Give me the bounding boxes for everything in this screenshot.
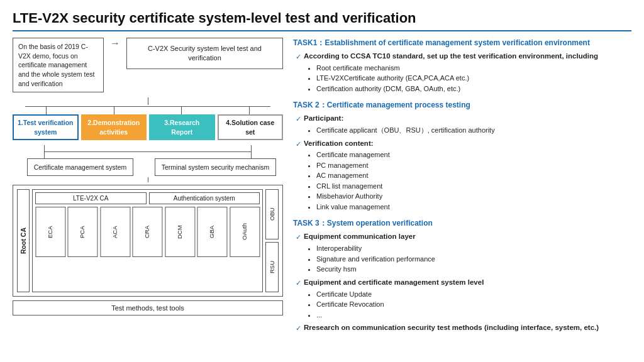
task1-bullets: Root certificate mechanism LTE-V2XCertif… — [304, 63, 598, 94]
task2-bullets-2: Certificate management PC management AC … — [304, 150, 390, 212]
task3-content: ✓ Equipment communication layer Interope… — [293, 231, 631, 334]
cat-research: 3.Research Report — [149, 114, 215, 140]
col-dcm: DCM — [165, 207, 195, 257]
right-panel: TASK1：Establishment of certificate manag… — [293, 38, 631, 335]
v-line-3 — [181, 107, 182, 114]
center-text: C-V2X Security system level test and ver… — [133, 44, 276, 63]
bullet: Misbehavior Authority — [316, 191, 390, 202]
inner-section: LTE-V2X CA Authentication system ECA PCA… — [32, 189, 263, 292]
task3-item-1: Equipment communication layer Interopera… — [304, 231, 435, 275]
check-icon-5: ✓ — [296, 278, 301, 288]
inner-top-row: LTE-V2X CA Authentication system — [35, 192, 260, 204]
mid-boxes-row: Certificate management system Terminal s… — [13, 158, 283, 176]
bullet: ... — [316, 310, 484, 321]
mid-left-section: Certificate management system — [13, 158, 148, 176]
task3-check-1: ✓ Equipment communication layer Interope… — [296, 231, 631, 275]
intro-center-row: On the basis of 2019 C-V2X demo, focus o… — [13, 38, 283, 92]
categories-row: 1.Test verification system 2.Demonstrati… — [13, 114, 283, 140]
cat-solution: 4.Solution case set — [218, 114, 284, 140]
bullet: LTE-V2XCertificate authority (ECA,PCA,AC… — [316, 73, 598, 84]
obu-box: OBU — [265, 189, 279, 239]
bullet: Link value management — [316, 202, 390, 212]
v-mid-l — [44, 152, 45, 158]
bullet: PC management — [316, 160, 390, 171]
v-line-2 — [114, 107, 114, 114]
task3-check-2: ✓ Equipment and certificate management s… — [296, 277, 631, 321]
rsu-box: RSU — [265, 242, 279, 292]
left-panel: On the basis of 2019 C-V2X demo, focus o… — [13, 38, 283, 335]
intro-box: On the basis of 2019 C-V2X demo, focus o… — [13, 38, 104, 92]
arrow-icon: → — [109, 38, 121, 49]
inner-cols: ECA PCA ACA CRA DCM GBA OAuth — [35, 207, 260, 257]
main-layout: On the basis of 2019 C-V2X demo, focus o… — [13, 38, 631, 335]
cat-demonstration: 2.Demonstration activities — [81, 114, 147, 140]
task2-title: TASK 2：Certificate management process te… — [293, 100, 631, 111]
terminal-security-text: Terminal system security mechanism — [162, 163, 270, 171]
lte-v2x-ca-box: LTE-V2X CA — [35, 192, 147, 204]
check-icon-4: ✓ — [296, 232, 301, 243]
bullet: Certificate Update — [316, 289, 484, 300]
col-pca: PCA — [67, 207, 97, 257]
col-eca: ECA — [35, 207, 65, 257]
task1-check-1: ✓ According to CCSA TC10 standard, set u… — [296, 51, 631, 95]
big-section: Root CA LTE-V2X CA Authentication system — [13, 185, 283, 297]
v-line-1 — [46, 107, 47, 114]
task3-bullets-2: Certificate Update Certificate Revocatio… — [304, 289, 484, 321]
v-mid-2 — [251, 145, 252, 151]
root-ca-box: Root CA — [17, 189, 30, 292]
task1-content: ✓ According to CCSA TC10 standard, set u… — [293, 51, 631, 95]
task3-item-3: Rresearch on communication security test… — [304, 322, 599, 334]
bullet: Certification authority (DCM, GBA, OAuth… — [316, 84, 598, 94]
check-icon-3: ✓ — [296, 139, 301, 150]
task2-check-2: ✓ Verification content: Certificate mana… — [296, 138, 631, 214]
bullet: Interoperability — [316, 243, 435, 254]
col-oauth: OAuth — [230, 207, 260, 257]
task2-bullets-1: Certificate applicant（OBU、RSU）, certific… — [304, 125, 495, 136]
task3-item-2: Equipment and certificate management sys… — [304, 277, 484, 321]
v-line-4 — [249, 107, 250, 114]
page-title: LTE-V2X security certificate system-leve… — [13, 10, 631, 31]
col-gba: GBA — [197, 207, 227, 257]
col-aca: ACA — [100, 207, 130, 257]
cert-mgmt-text: Certificate management system — [34, 163, 127, 171]
cert-mgmt-box: Certificate management system — [27, 158, 134, 176]
task1-item-1: According to CCSA TC10 standard, set up … — [304, 51, 598, 95]
v-mid-1 — [44, 145, 45, 151]
terminal-security-box: Terminal system security mechanism — [155, 158, 277, 176]
bullet: Certificate Revocation — [316, 299, 484, 310]
bullet: AC management — [316, 170, 390, 181]
task2-check-1: ✓ Participant: Certificate applicant（OBU… — [296, 113, 631, 136]
big-section-inner: Root CA LTE-V2X CA Authentication system — [17, 189, 279, 292]
bullet: CRL list management — [316, 181, 390, 192]
bullet: Root certificate mechanism — [316, 63, 598, 74]
obu-rsu-section: OBU RSU — [265, 189, 279, 292]
col-cra: CRA — [132, 207, 162, 257]
check-icon-1: ✓ — [296, 52, 301, 62]
bullet: Certificate management — [316, 150, 390, 160]
bottom-box: Test methods, test tools — [13, 300, 283, 315]
v-big — [148, 177, 148, 182]
check-icon-6: ✓ — [296, 323, 301, 334]
center-box: C-V2X Security system level test and ver… — [126, 38, 283, 69]
task2-content: ✓ Participant: Certificate applicant（OBU… — [293, 113, 631, 213]
cat-test-verification: 1.Test verification system — [13, 114, 79, 140]
check-icon-2: ✓ — [296, 114, 301, 124]
task3-bullets-1: Interoperability Signature and verificat… — [304, 243, 435, 275]
v-connector — [148, 97, 148, 105]
mid-right-section: Terminal system security mechanism — [148, 158, 283, 176]
task2-item-1: Participant: Certificate applicant（OBU、R… — [304, 113, 495, 136]
bullet: Certificate applicant（OBU、RSU）, certific… — [316, 125, 495, 136]
task3-title: TASK 3：System operation verification — [293, 218, 631, 229]
task2-item-2: Verification content: Certificate manage… — [304, 138, 390, 214]
auth-system-box: Authentication system — [149, 192, 260, 204]
task1-title: TASK1：Establishment of certificate manag… — [293, 38, 631, 48]
bullet: Security hsm — [316, 264, 435, 275]
task3-check-3: ✓ Rresearch on communication security te… — [296, 322, 631, 334]
v-mid-r — [251, 152, 252, 158]
intro-text: On the basis of 2019 C-V2X demo, focus o… — [18, 43, 94, 87]
bullet: Signature and verification performance — [316, 254, 435, 265]
